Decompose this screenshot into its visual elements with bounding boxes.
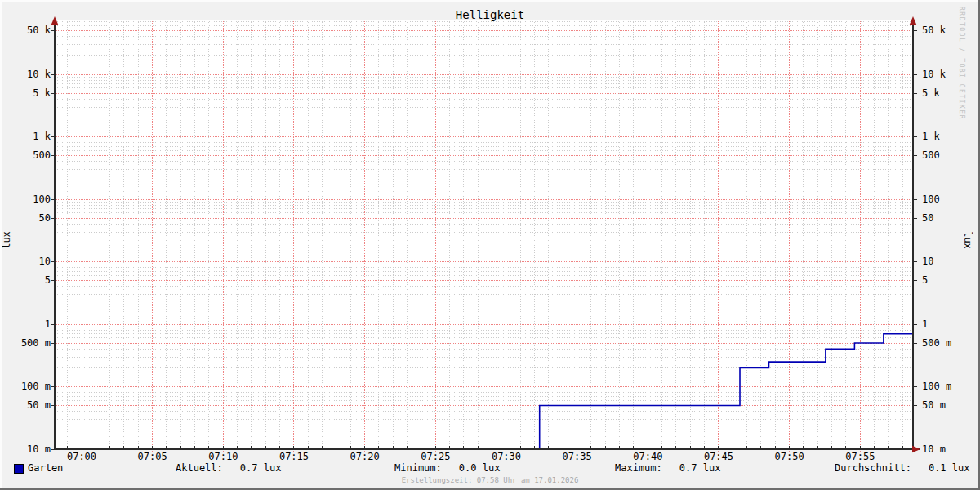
creation-time-text: Erstellungszeit: 07:58 Uhr am 17.01.2026: [0, 476, 980, 484]
stat-value: 0.7 lux: [679, 462, 721, 474]
border-left: [0, 0, 2, 490]
y-tick-label-left: 1: [0, 318, 51, 330]
x-tick-label: 07:20: [342, 451, 388, 462]
legend-series-label: Garten: [28, 462, 63, 474]
y-tick-label-left: 100: [0, 194, 51, 205]
x-tick-label: 07:55: [837, 451, 883, 462]
y-tick-label-right: 50 k: [922, 24, 979, 36]
axis-tick-labels: 50 k50 k10 k10 k5 k5 k1 k1 k500500100100…: [0, 0, 980, 490]
legend-color-swatch: [14, 464, 24, 474]
y-tick-label-left: 500: [0, 149, 51, 161]
y-tick-label-left: 10 m: [0, 443, 51, 455]
legend-row: Garten Aktuell:0.7 luxMinimum:0.0 luxMax…: [0, 462, 980, 475]
x-tick-label: 07:35: [555, 451, 600, 462]
rrdtool-graph: Helligkeit lux lux RRDTOOL / TOBI OETIKE…: [0, 0, 980, 490]
stat-label: Minimum:: [394, 462, 442, 474]
y-tick-label-right: 1 k: [922, 131, 979, 142]
x-tick-label: 07:25: [412, 451, 458, 462]
y-tick-label-left: 50: [0, 212, 51, 224]
stat-value: 0.1 lux: [929, 462, 970, 474]
y-tick-label-left: 50 k: [0, 24, 51, 36]
x-tick-label: 07:05: [130, 451, 176, 462]
stat-durchschnitt: Durchschnitt:0.1 lux: [835, 462, 970, 474]
stat-label: Maximum:: [615, 462, 662, 474]
y-tick-label-left: 100 m: [0, 381, 51, 392]
y-tick-label-right: 100 m: [922, 381, 979, 392]
stat-aktuell: Aktuell:0.7 lux: [176, 462, 281, 474]
x-tick-label: 07:10: [200, 451, 246, 462]
y-tick-label-right: 10 k: [922, 69, 979, 80]
y-tick-label-right: 100: [922, 194, 979, 205]
x-tick-label: 07:00: [59, 451, 105, 462]
y-tick-label-left: 1 k: [0, 131, 51, 142]
stat-label: Aktuell:: [176, 462, 223, 474]
border-top: [0, 0, 980, 2]
stat-value: 0.0 lux: [459, 462, 501, 474]
x-tick-label: 07:30: [483, 451, 529, 462]
y-tick-label-right: 50 m: [922, 399, 979, 411]
stat-value: 0.7 lux: [240, 462, 282, 474]
stat-label: Durchschnitt:: [835, 462, 911, 474]
x-tick-label: 07:50: [767, 451, 813, 462]
x-tick-label: 07:15: [271, 451, 317, 462]
y-tick-label-left: 50 m: [0, 399, 51, 411]
x-tick-label: 07:45: [696, 451, 742, 462]
y-tick-label-right: 10: [922, 256, 979, 267]
y-tick-label-left: 5: [0, 274, 51, 286]
y-tick-label-right: 50: [922, 212, 979, 224]
y-tick-label-left: 500 m: [0, 337, 51, 349]
y-tick-label-left: 5 k: [0, 87, 51, 99]
y-tick-label-right: 500 m: [922, 337, 979, 349]
y-tick-label-right: 500: [922, 149, 979, 161]
stat-maximum: Maximum:0.7 lux: [615, 462, 720, 474]
y-tick-label-left: 10 k: [0, 69, 51, 80]
x-tick-label: 07:40: [625, 451, 670, 462]
y-tick-label-right: 10 m: [922, 443, 979, 455]
y-tick-label-right: 5 k: [922, 87, 979, 99]
y-tick-label-right: 5: [922, 274, 979, 286]
y-tick-label-right: 1: [922, 318, 979, 330]
stat-minimum: Minimum:0.0 lux: [394, 462, 500, 474]
y-tick-label-left: 10: [0, 256, 51, 267]
